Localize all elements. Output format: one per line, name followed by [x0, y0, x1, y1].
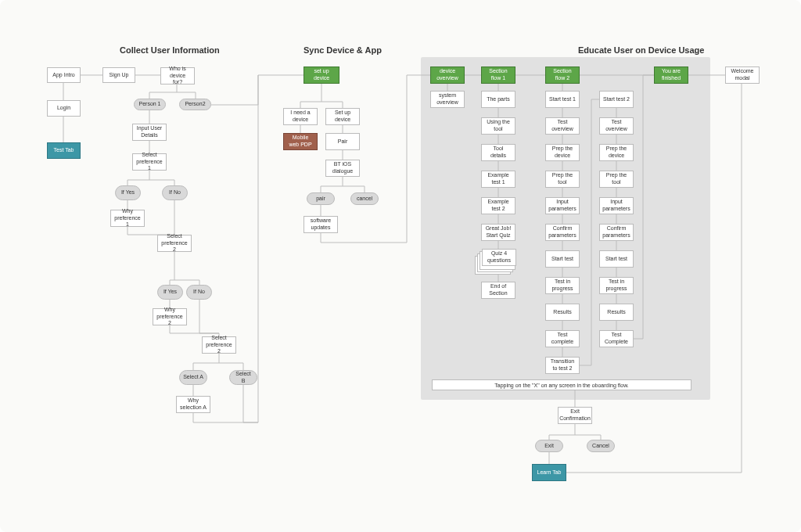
- node-pair: Pair: [325, 133, 360, 150]
- f2a-start1: Start test 1: [545, 91, 580, 108]
- node-sw-updates: software updates: [304, 216, 338, 233]
- pill-select-b: Select B: [229, 370, 257, 385]
- node-setup-device: set up device: [304, 66, 339, 84]
- f2b-results: Results: [599, 304, 634, 321]
- f2b-overview: Test overview: [599, 117, 634, 135]
- node-input-details: Input User Details: [132, 124, 167, 141]
- pill-exit: Exit: [535, 440, 563, 452]
- pill-if-yes-1: If Yes: [115, 185, 141, 200]
- pill-person1: Person 1: [134, 99, 166, 110]
- node-who-for: Who is device for?: [160, 67, 195, 84]
- f2a-confirm: Confirm parameters: [545, 224, 580, 241]
- node-bt-dialogue: BT iOS dialogue: [325, 160, 360, 177]
- node-app-intro: App Intro: [47, 67, 81, 83]
- tap-note: Tapping on the "X" on any screen in the …: [432, 379, 691, 390]
- node-setup-device2: Set up device: [325, 108, 360, 125]
- f1-using-tool: Using the tool: [481, 117, 515, 135]
- pill-if-no-2: If No: [186, 285, 212, 300]
- f2b-input-params: Input parameters: [599, 197, 634, 214]
- pill-if-no-1: If No: [162, 185, 188, 200]
- pill-pair: pair: [307, 192, 335, 205]
- f1-great-job: Great Job! Start Quiz: [481, 224, 515, 241]
- f2b-start2: Start test 2: [599, 91, 634, 108]
- node-you-finished: You are finished: [654, 66, 688, 84]
- f2a-results: Results: [545, 304, 580, 321]
- f1-example1: Example test 1: [481, 171, 515, 188]
- node-sign-up: Sign Up: [102, 67, 135, 83]
- node-section-flow2: Section flow 2: [545, 66, 580, 84]
- f2a-prep-tool: Prep the tool: [545, 171, 580, 188]
- f2a-input-params: Input parameters: [545, 197, 580, 214]
- node-learn-tab: Learn Tab: [532, 464, 566, 481]
- f1-quiz-stack: Quiz 4 questions: [475, 249, 519, 274]
- f2b-start-test: Start test: [599, 250, 634, 268]
- f2a-prep-device: Prep the device: [545, 144, 580, 161]
- node-why-pref1: Why preference 1: [110, 210, 145, 227]
- f1-parts: The parts: [481, 91, 515, 108]
- pill-select-a: Select A: [179, 370, 207, 385]
- f2b-in-progress: Test in progress: [599, 277, 634, 294]
- f2a-in-progress: Test in progress: [545, 277, 580, 294]
- f2b-complete: Test Complete: [599, 330, 634, 347]
- pill-cancel-exit: Cancel: [587, 440, 615, 452]
- f1-tool-details: Tool details: [481, 144, 515, 161]
- f2a-start-test: Start test: [545, 250, 580, 268]
- node-section-flow1: Section flow 1: [481, 66, 515, 84]
- f1-end-section: End of Section: [481, 282, 515, 299]
- node-login: Login: [47, 100, 81, 117]
- f2a-transition: Transition to test 2: [545, 357, 580, 374]
- node-need-device: I need a device: [283, 108, 318, 125]
- node-why-sel-a: Why selection A: [176, 396, 210, 413]
- node-system-overview: system overview: [430, 91, 465, 108]
- f2a-overview: Test overview: [545, 117, 580, 135]
- f1-quiz: Quiz 4 questions: [482, 249, 516, 266]
- node-why-pref2: Why preference 2: [153, 308, 187, 325]
- node-test-tab: Test Tab: [47, 142, 81, 159]
- node-select-pref1: Select preference 1: [132, 153, 167, 171]
- node-select-pref2a: Select preference 2: [157, 235, 192, 252]
- f1-example2: Example test 2: [481, 197, 515, 214]
- pill-person2: Person2: [179, 99, 211, 110]
- node-select-pref2b: Select preference 2: [202, 336, 236, 354]
- node-device-overview: device overview: [430, 66, 465, 84]
- pill-cancel: cancel: [350, 192, 379, 205]
- f2b-prep-device: Prep the device: [599, 144, 634, 161]
- f2b-prep-tool: Prep the tool: [599, 171, 634, 188]
- pill-if-yes-2: If Yes: [157, 285, 183, 300]
- f2a-complete: Test complete: [545, 330, 580, 347]
- node-exit-confirm: Exit Confirmation: [558, 407, 592, 424]
- node-welcome-modal: Welcome modal: [725, 66, 760, 84]
- node-mobile-pdp: Mobile web PDP: [283, 133, 318, 150]
- f2b-confirm: Confirm parameters: [599, 224, 634, 241]
